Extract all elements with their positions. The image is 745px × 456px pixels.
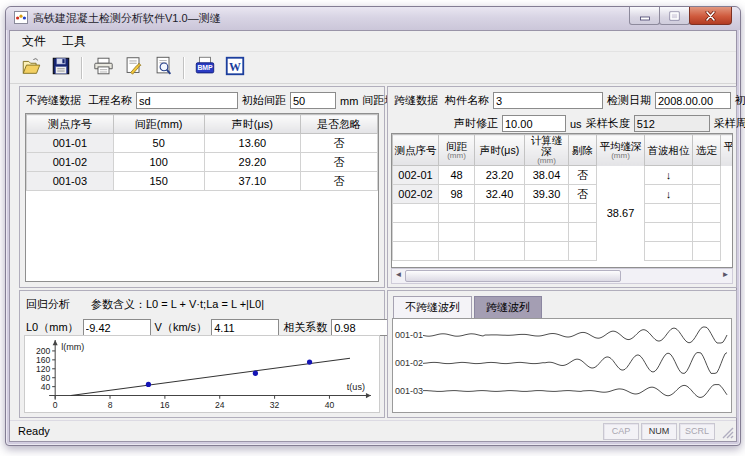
table-row[interactable]: 002-029832.4039.30否↓ [393,185,734,204]
print-icon [92,55,115,81]
cell [721,223,734,242]
scroll-right-icon[interactable]: ► [719,269,732,283]
tab-noncross-wave[interactable]: 不跨缝波列 [393,296,472,319]
table-row[interactable]: 001-0315037.10否 [27,172,378,191]
velocity-label: V（km/s） [155,320,208,335]
table-body: 002-014823.2038.04否↓002-029832.4039.30否↓… [393,166,734,261]
column-header: 平均缝深(mm) [597,135,645,166]
cell [475,242,525,261]
component-name-label: 构件名称 [445,93,489,108]
scrollbar-thumb[interactable] [405,270,621,282]
cell: ↓ [645,166,693,185]
regression-formula: 参数含义：L0 = L + V·t;La = L +|L0| [91,297,264,312]
toolbar-separator [183,57,185,79]
cell: 98 [439,185,475,204]
waveform-display: 001-01001-02001-03 [392,318,732,413]
export-word-button[interactable]: W [220,54,250,82]
cell [597,166,645,185]
component-name-input[interactable] [493,92,603,109]
minimize-icon [640,11,650,21]
cell [721,204,734,223]
indicator-scrl: SCRL [679,423,715,440]
table-row[interactable] [393,223,734,242]
print-setup-button[interactable] [118,54,148,82]
cell: 否 [301,153,378,172]
scrollbar-track[interactable] [405,269,719,283]
menu-tools[interactable]: 工具 [54,31,94,52]
table-row[interactable] [393,242,734,261]
column-header: 选定 [693,135,721,166]
svg-text:24: 24 [215,400,225,410]
cell: 001-01 [27,134,114,153]
column-header: 测点序号 [27,115,114,134]
table-head: 测点序号间距(mm)声时(μs)是否忽略 [27,115,378,134]
project-name-input[interactable] [136,92,238,109]
cell [569,223,597,242]
titlebar[interactable]: 高铁建混凝土检测分析软件V1.0—测缝 [6,7,740,30]
column-header-text: 测点序号 [394,145,437,156]
table-row[interactable]: 002-014823.2038.04否↓ [393,166,734,185]
cell [525,242,569,261]
print-setup-icon [122,55,145,81]
close-button[interactable] [689,7,732,25]
test-date-input[interactable] [655,92,731,109]
resize-grip[interactable] [719,424,734,439]
maximize-button[interactable] [659,7,690,25]
save-button[interactable] [46,54,76,82]
menu-file[interactable]: 文件 [14,31,54,52]
correlation-label: 相关系数 [283,320,327,335]
table-row[interactable]: 001-0210029.20否 [27,153,378,172]
cell [721,166,734,185]
table-body: 001-015013.60否001-0210029.20否001-0315037… [27,134,378,191]
l0-input[interactable] [83,319,151,336]
cell: 否 [301,172,378,191]
print-preview-button[interactable] [148,54,178,82]
cell: ↓ [645,185,693,204]
svg-text:16: 16 [160,400,170,410]
minimize-button[interactable] [629,7,660,25]
print-button[interactable] [88,54,118,82]
column-header-text: 声时(μs) [476,145,523,156]
panel-title: 不跨缝数据 [26,93,81,108]
table-row[interactable]: 38.67 [393,204,734,223]
column-header-unit: (mm) [722,152,733,160]
initial-spacing-input[interactable] [290,92,336,109]
sample-length-input[interactable] [634,115,710,132]
cross-table-box: 测点序号间距(mm)声时(μs)计算缝深(mm)剔除平均缝深(mm)首波相位选定… [391,133,733,268]
regression-chart-svg: 40801201602000816243240l(mm)t(us) [25,336,379,412]
panel-noncross-data: 不跨缝数据工程名称初始间距mm间距增量mm测点序号间距(mm)声时(μs)是否忽… [19,86,385,288]
cell: 38.04 [525,166,569,185]
cross-table-hscrollbar[interactable]: ◄► [391,268,733,284]
cell [645,242,693,261]
menubar: 文件工具 [10,31,736,52]
export-bmp-button[interactable]: BMP [190,54,220,82]
project-name-label: 工程名称 [88,93,132,108]
tab-cross-wave[interactable]: 跨缝波列 [474,296,542,319]
velocity-input[interactable] [211,319,279,336]
content: 不跨缝数据工程名称初始间距mm间距增量mm测点序号间距(mm)声时(μs)是否忽… [10,83,736,421]
svg-text:BMP: BMP [197,64,213,71]
cell [693,223,721,242]
panel-regression: 回归分析参数含义：L0 = L + V·t;La = L +|L0|L0（mm）… [19,290,385,418]
svg-text:001-02: 001-02 [395,358,423,368]
cell [693,242,721,261]
window-controls [630,7,732,25]
toolbar-separator [81,57,83,79]
app-icon [14,10,28,28]
l0-label: L0（mm） [26,320,79,335]
regression-header-row: 回归分析参数含义：L0 = L + V·t;La = L +|L0| [20,291,384,314]
svg-text:001-03: 001-03 [395,386,423,396]
sound-time-correction-input[interactable] [502,115,566,132]
column-header: 平均缝深(mm) [721,135,734,166]
cell [439,223,475,242]
indicator-cap: CAP [603,423,639,440]
cell [569,204,597,223]
cell [439,242,475,261]
table-row[interactable]: 001-015013.60否 [27,134,378,153]
cell: 002-01 [393,166,439,185]
scroll-left-icon[interactable]: ◄ [392,269,405,283]
cell [693,166,721,185]
field-row: 不跨缝数据工程名称初始间距mm间距增量mm [20,87,384,110]
column-header: 是否忽略 [301,115,378,134]
open-button[interactable] [16,54,46,82]
